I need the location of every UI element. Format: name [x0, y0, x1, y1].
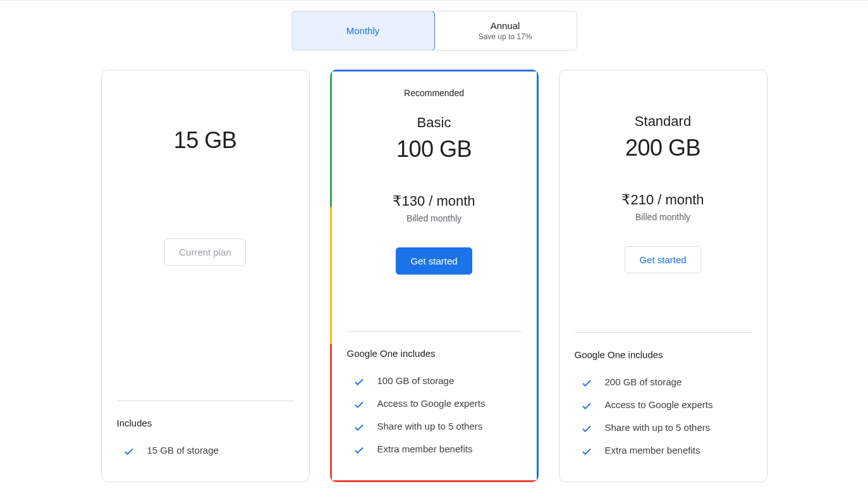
recommended-badge: Recommended [347, 88, 522, 101]
toggle-monthly-label: Monthly [346, 25, 380, 36]
feature-item: Access to Google experts [575, 394, 752, 417]
check-icon [581, 401, 592, 412]
check-icon [353, 445, 365, 456]
plan-storage: 15 GB [117, 127, 294, 154]
check-icon [353, 399, 365, 411]
check-icon [581, 423, 592, 435]
toggle-annual-sub: Save up to 17% [439, 32, 572, 41]
feature-text: Extra member benefits [377, 444, 473, 454]
includes-label: Includes [117, 418, 294, 428]
plan-card-basic: Recommended Basic 100 GB ₹130 / month Bi… [330, 70, 539, 482]
plan-price: ₹130 / month [347, 193, 522, 209]
plan-price: ₹210 / month [575, 192, 752, 208]
feature-item: 15 GB of storage [117, 440, 294, 463]
feature-text: Access to Google experts [377, 398, 486, 409]
plans-row: 15 GB Current plan Includes 15 GB of [0, 70, 868, 482]
check-icon [123, 446, 135, 457]
check-icon [581, 378, 592, 389]
check-icon [353, 422, 365, 433]
plan-name: Standard [575, 113, 752, 131]
includes-label: Google One includes [347, 348, 522, 359]
plan-name: Basic [347, 115, 522, 132]
get-started-button[interactable]: Get started [625, 246, 700, 273]
feature-list: 200 GB of storage Access to Google exper… [575, 371, 752, 463]
plan-storage: 200 GB [575, 135, 752, 161]
feature-text: Extra member benefits [605, 445, 700, 456]
plan-storage: 100 GB [347, 136, 522, 163]
feature-text: Share with up to 5 others [605, 422, 711, 433]
toggle-annual-label: Annual [439, 20, 572, 31]
feature-text: 100 GB of storage [377, 375, 455, 386]
feature-item: Share with up to 5 others [347, 416, 522, 438]
toggle-monthly[interactable]: Monthly [291, 11, 435, 51]
get-started-button[interactable]: Get started [396, 247, 472, 275]
feature-item: Share with up to 5 others [575, 417, 752, 440]
feature-list: 15 GB of storage [117, 440, 294, 463]
feature-text: 15 GB of storage [147, 445, 219, 456]
current-plan-button: Current plan [164, 239, 246, 266]
plan-card-standard: Standard 200 GB ₹210 / month Billed mont… [559, 70, 767, 482]
includes-label: Google One includes [575, 349, 752, 360]
feature-item: 100 GB of storage [347, 370, 522, 393]
feature-text: Share with up to 5 others [377, 421, 483, 432]
feature-item: 200 GB of storage [575, 371, 752, 394]
check-icon [581, 446, 592, 457]
feature-text: 200 GB of storage [605, 376, 682, 387]
plan-card-free: 15 GB Current plan Includes 15 GB of [101, 70, 310, 482]
billing-toggle: Monthly Annual Save up to 17% [291, 11, 577, 51]
plan-billed: Billed monthly [347, 213, 522, 223]
feature-text: Access to Google experts [605, 399, 713, 410]
plan-badge [575, 87, 752, 99]
feature-item: Extra member benefits [575, 440, 752, 463]
feature-list: 100 GB of storage Access to Google exper… [347, 370, 522, 461]
pricing-container: Monthly Annual Save up to 17% 15 GB Curr… [0, 1, 868, 482]
feature-item: Access to Google experts [347, 393, 522, 416]
feature-item: Extra member benefits [347, 438, 522, 461]
toggle-annual[interactable]: Annual Save up to 17% [434, 11, 577, 50]
check-icon [353, 376, 365, 388]
plan-billed: Billed monthly [575, 212, 752, 222]
